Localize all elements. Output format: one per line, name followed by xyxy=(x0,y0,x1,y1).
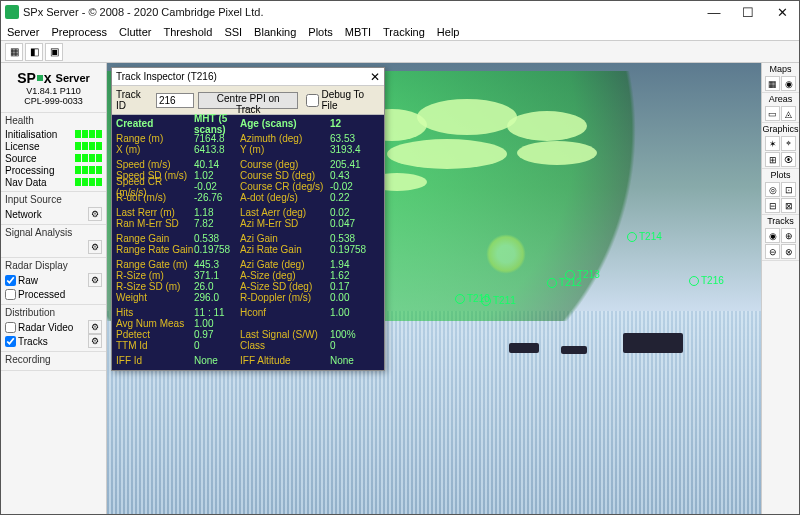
inspector-cell: 0.047 xyxy=(330,218,355,229)
tracks-btn-1[interactable]: ◉ xyxy=(765,228,780,243)
menu-threshold[interactable]: Threshold xyxy=(157,24,218,40)
inspector-cell: None xyxy=(194,355,240,366)
tracks-config-icon[interactable]: ⚙ xyxy=(88,334,102,348)
radar-video-checkbox[interactable] xyxy=(5,322,16,333)
radar-display-section: Radar Display Raw ⚙ Processed xyxy=(1,258,106,305)
health-section: Health InitialisationLicenseSourceProces… xyxy=(1,113,106,192)
inspector-cell: 296.0 xyxy=(194,292,240,303)
app-icon xyxy=(5,5,19,19)
tracks-checkbox[interactable] xyxy=(5,336,16,347)
inspector-cell: Azimuth (deg) xyxy=(240,133,330,144)
raw-config-icon[interactable]: ⚙ xyxy=(88,273,102,287)
graphics-btn-4[interactable]: ⦿ xyxy=(781,152,796,167)
inspector-row: Range Rate Gain0.19758Azi Rate Gain0.197… xyxy=(116,244,380,255)
areas-btn-1[interactable]: ▭ xyxy=(765,106,780,121)
inspector-cell: IFF Altitude xyxy=(240,355,330,366)
close-button[interactable]: ✕ xyxy=(765,1,799,23)
plots-btn-4[interactable]: ⊠ xyxy=(781,198,796,213)
inspector-cell: 0.538 xyxy=(194,233,240,244)
menu-blanking[interactable]: Blanking xyxy=(248,24,302,40)
inspector-body: Created MHT (5 scans) Age (scans) 12 Ran… xyxy=(112,115,384,370)
input-source-config-icon[interactable]: ⚙ xyxy=(88,207,102,221)
graphics-btn-1[interactable]: ✶ xyxy=(765,136,780,151)
inspector-cell: Weight xyxy=(116,292,194,303)
menu-server[interactable]: Server xyxy=(1,24,45,40)
debug-to-file-label: Debug To File xyxy=(321,89,380,111)
tracks-btn-4[interactable]: ⊗ xyxy=(781,244,796,259)
right-panel: Maps ▦ ◉ Areas ▭ ◬ Graphics ✶ ⌖ ⊞ xyxy=(761,63,799,514)
graphics-btn-2[interactable]: ⌖ xyxy=(781,136,796,151)
inspector-cell: X (m) xyxy=(116,144,194,155)
tracks-btn-3[interactable]: ⊖ xyxy=(765,244,780,259)
track-inspector-window[interactable]: Track Inspector (T216) ✕ Track ID Centre… xyxy=(111,67,385,371)
areas-btn-2[interactable]: ◬ xyxy=(781,106,796,121)
track-ring-icon xyxy=(627,232,637,242)
toolbar-btn-3[interactable]: ▣ xyxy=(45,43,63,61)
inspector-cell: R-Doppler (m/s) xyxy=(240,292,330,303)
inspector-cell: 0.19758 xyxy=(330,244,366,255)
health-row: Source xyxy=(5,152,102,164)
inspector-cell: Range (m) xyxy=(116,133,194,144)
inspector-cell: 0.43 xyxy=(330,170,349,181)
centre-ppi-button[interactable]: Centre PPI on Track xyxy=(198,92,299,109)
toolbar-btn-2[interactable]: ◧ xyxy=(25,43,43,61)
maps-btn-2[interactable]: ◉ xyxy=(781,76,796,91)
track-id-label: Track ID xyxy=(116,89,152,111)
radar-video-config-icon[interactable]: ⚙ xyxy=(88,320,102,334)
inspector-cell: Ran M-Err SD xyxy=(116,218,194,229)
track-ring-icon xyxy=(455,294,465,304)
menu-ssi[interactable]: SSI xyxy=(218,24,248,40)
inspector-cell: 445.3 xyxy=(194,259,240,270)
tracks-btn-2[interactable]: ⊕ xyxy=(781,228,796,243)
debug-to-file-checkbox[interactable] xyxy=(306,94,319,107)
track-marker-t214[interactable]: T214 xyxy=(627,231,662,242)
inspector-close-icon[interactable]: ✕ xyxy=(370,70,380,84)
menu-mbti[interactable]: MBTI xyxy=(339,24,377,40)
signal-analysis-config-icon[interactable]: ⚙ xyxy=(88,240,102,254)
inspector-cell: A-dot (deg/s) xyxy=(240,192,330,203)
minimize-button[interactable]: — xyxy=(697,1,731,23)
menu-clutter[interactable]: Clutter xyxy=(113,24,157,40)
plots-btn-2[interactable]: ⊡ xyxy=(781,182,796,197)
plots-title: Plots xyxy=(770,169,790,181)
health-title: Health xyxy=(5,115,102,126)
plots-btn-3[interactable]: ⊟ xyxy=(765,198,780,213)
app-window: SPx Server - © 2008 - 2020 Cambridge Pix… xyxy=(0,0,800,515)
signal-analysis-section: Signal Analysis ⚙ xyxy=(1,225,106,258)
track-marker-t211[interactable]: T211 xyxy=(481,295,516,306)
inspector-cell: Azi M-Err SD xyxy=(240,218,330,229)
menu-help[interactable]: Help xyxy=(431,24,466,40)
health-label: Processing xyxy=(5,165,73,176)
tracks-label: Tracks xyxy=(18,336,48,347)
inspector-cell: Last Rerr (m) xyxy=(116,207,194,218)
track-ring-icon xyxy=(689,276,699,286)
inspector-cell: 63.53 xyxy=(330,133,355,144)
raw-label: Raw xyxy=(18,275,38,286)
inspector-cell: 0.17 xyxy=(330,281,349,292)
track-marker-t213[interactable]: T213 xyxy=(565,269,600,280)
menu-preprocess[interactable]: Preprocess xyxy=(45,24,113,40)
inspector-cell: 205.41 xyxy=(330,159,361,170)
menu-tracking[interactable]: Tracking xyxy=(377,24,431,40)
track-id-input[interactable] xyxy=(156,93,194,108)
menubar: ServerPreprocessClutterThresholdSSIBlank… xyxy=(1,23,799,41)
raw-checkbox[interactable] xyxy=(5,275,16,286)
maximize-button[interactable]: ☐ xyxy=(731,1,765,23)
toolbar-btn-1[interactable]: ▦ xyxy=(5,43,23,61)
menu-plots[interactable]: Plots xyxy=(302,24,338,40)
inspector-cell: Range Gate (m) xyxy=(116,259,194,270)
main-view[interactable]: T210T211T212T213T214T216 Track Inspector… xyxy=(107,63,761,514)
boat-3 xyxy=(561,346,587,354)
boat-2 xyxy=(509,343,539,353)
health-label: Source xyxy=(5,153,73,164)
plots-btn-1[interactable]: ◎ xyxy=(765,182,780,197)
track-marker-t216[interactable]: T216 xyxy=(689,275,724,286)
processed-checkbox[interactable] xyxy=(5,289,16,300)
inspector-cell: Last Signal (S/W) xyxy=(240,329,330,340)
graphics-btn-3[interactable]: ⊞ xyxy=(765,152,780,167)
health-label: License xyxy=(5,141,73,152)
inspector-cell: Azi Gain xyxy=(240,233,330,244)
inspector-cell: Hconf xyxy=(240,307,330,318)
inspector-titlebar[interactable]: Track Inspector (T216) ✕ xyxy=(112,68,384,86)
maps-btn-1[interactable]: ▦ xyxy=(765,76,780,91)
